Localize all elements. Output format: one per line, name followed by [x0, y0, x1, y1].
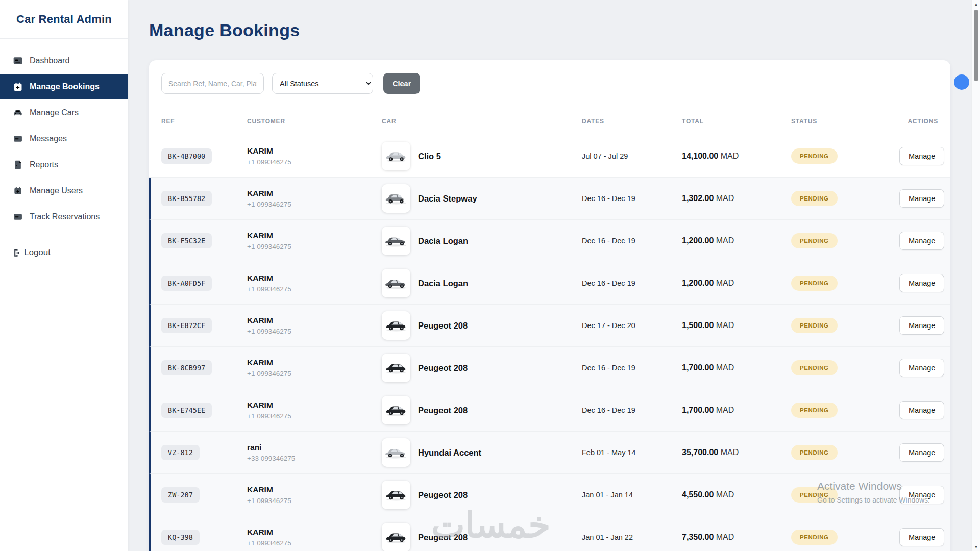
sidebar-nav: Dashboard Manage Bookings Manage Cars Me…	[0, 39, 128, 230]
car-name: Hyundai Accent	[418, 448, 481, 458]
sidebar-item-dashboard[interactable]: Dashboard	[0, 48, 128, 73]
car-name: Clio 5	[418, 152, 441, 161]
column-header-car: CAR	[382, 118, 582, 125]
clear-filters-button[interactable]: Clear	[383, 73, 420, 94]
ref-cell: BK-8CB997	[161, 360, 247, 375]
manage-button[interactable]: Manage	[899, 359, 944, 377]
ref-cell: BK-A0FD5F	[161, 276, 247, 291]
customer-cell: KARIM +1 099346275	[247, 146, 382, 166]
car-name: Dacia Logan	[418, 279, 468, 288]
status-cell: PENDING	[791, 276, 899, 291]
car-name: Peugeot 208	[418, 363, 468, 373]
sidebar-item-label: Manage Users	[30, 186, 83, 195]
total-amount: 1,700.00	[682, 406, 714, 414]
scrollbar[interactable]: ▲ ▼	[971, 0, 980, 551]
status-cell: PENDING	[791, 487, 899, 503]
status-badge: PENDING	[791, 445, 838, 460]
sidebar-item-track-reservations[interactable]: Track Reservations	[0, 204, 128, 230]
booking-ref-badge: VZ-812	[161, 445, 200, 460]
status-badge: PENDING	[791, 530, 838, 545]
actions-cell: Manage	[899, 401, 944, 419]
scrollbar-thumb[interactable]	[974, 10, 978, 81]
customer-phone: +1 099346275	[247, 285, 382, 293]
scroll-up-arrow-icon[interactable]: ▲	[972, 0, 980, 8]
dates-cell: Jul 07 - Jul 29	[582, 152, 682, 160]
sidebar-item-reports[interactable]: Reports	[0, 152, 128, 178]
sidebar-item-icon	[13, 108, 23, 118]
sidebar-item-label: Track Reservations	[30, 212, 100, 221]
customer-name: KARIM	[247, 189, 382, 198]
total-cell: 14,100.00 MAD	[682, 152, 791, 161]
customer-name: KARIM	[247, 273, 382, 283]
manage-button[interactable]: Manage	[899, 274, 944, 292]
filter-bar: All Statuses Clear	[149, 60, 950, 94]
customer-phone: +1 099346275	[247, 328, 382, 335]
sidebar-item-icon	[13, 134, 23, 144]
car-name: Peugeot 208	[418, 406, 468, 415]
table-row: BK-E745EE KARIM +1 099346275 Peugeot 208…	[149, 389, 950, 432]
sidebar-item-messages[interactable]: Messages	[0, 126, 128, 152]
dates-cell: Dec 16 - Dec 19	[582, 364, 682, 372]
actions-cell: Manage	[899, 486, 944, 504]
total-cell: 1,200.00 MAD	[682, 236, 791, 245]
status-badge: PENDING	[791, 403, 838, 418]
table-row: BK-4B7000 KARIM +1 099346275 Clio 5 Jul …	[149, 135, 950, 178]
status-cell: PENDING	[791, 530, 899, 545]
actions-cell: Manage	[899, 316, 944, 335]
column-header-status: STATUS	[791, 118, 899, 125]
manage-button[interactable]: Manage	[899, 189, 944, 208]
manage-button[interactable]: Manage	[899, 443, 944, 462]
search-input[interactable]	[161, 73, 264, 94]
manage-button[interactable]: Manage	[899, 486, 944, 504]
customer-cell: KARIM +1 099346275	[247, 316, 382, 335]
car-name: Peugeot 208	[418, 321, 468, 331]
logout-button[interactable]: Logout	[0, 240, 128, 265]
ref-cell: BK-B55782	[161, 191, 247, 206]
car-name: Dacia Stepway	[418, 194, 477, 204]
sidebar-item-manage-users[interactable]: Manage Users	[0, 178, 128, 204]
booking-ref-badge: BK-B55782	[161, 191, 212, 206]
car-illustration	[384, 445, 408, 460]
sidebar-item-manage-cars[interactable]: Manage Cars	[0, 100, 128, 126]
table-row: BK-8CB997 KARIM +1 099346275 Peugeot 208…	[149, 347, 950, 389]
status-badge: PENDING	[791, 233, 838, 248]
sidebar-item-icon	[13, 82, 23, 92]
manage-button[interactable]: Manage	[899, 316, 944, 335]
app-title: Car Rental Admin	[16, 13, 112, 26]
table-row: KQ-398 KARIM +1 099346275 Peugeot 208 Ja…	[149, 516, 950, 551]
dates-cell: Dec 16 - Dec 19	[582, 406, 682, 414]
car-cell: Peugeot 208	[382, 481, 582, 509]
total-currency: MAD	[721, 448, 739, 457]
total-currency: MAD	[716, 406, 734, 414]
car-image	[382, 396, 410, 424]
manage-button[interactable]: Manage	[899, 528, 944, 546]
car-illustration	[384, 360, 408, 375]
table-row: BK-E872CF KARIM +1 099346275 Peugeot 208…	[149, 305, 950, 347]
customer-phone: +1 099346275	[247, 201, 382, 208]
total-cell: 7,350.00 MAD	[682, 533, 791, 542]
car-illustration	[384, 191, 408, 206]
manage-button[interactable]: Manage	[899, 401, 944, 419]
floating-widget-button[interactable]	[954, 74, 969, 90]
sidebar-item-label: Dashboard	[30, 56, 69, 65]
status-cell: PENDING	[791, 148, 899, 164]
total-cell: 1,700.00 MAD	[682, 406, 791, 415]
actions-cell: Manage	[899, 443, 944, 462]
actions-cell: Manage	[899, 147, 944, 165]
total-amount: 1,500.00	[682, 321, 714, 330]
car-cell: Peugeot 208	[382, 311, 582, 340]
sidebar-item-icon	[13, 186, 23, 196]
manage-button[interactable]: Manage	[899, 147, 944, 165]
customer-phone: +1 099346275	[247, 412, 382, 420]
status-filter-select[interactable]: All Statuses	[272, 73, 373, 94]
scroll-down-arrow-icon[interactable]: ▼	[972, 543, 980, 551]
sidebar-item-label: Messages	[30, 134, 67, 143]
actions-cell: Manage	[899, 189, 944, 208]
sidebar-item-manage-bookings[interactable]: Manage Bookings	[0, 74, 128, 99]
customer-cell: KARIM +1 099346275	[247, 231, 382, 251]
total-amount: 1,200.00	[682, 236, 714, 245]
manage-button[interactable]: Manage	[899, 232, 944, 250]
dates-cell: Dec 16 - Dec 19	[582, 237, 682, 245]
status-cell: PENDING	[791, 403, 899, 418]
total-currency: MAD	[721, 152, 739, 160]
